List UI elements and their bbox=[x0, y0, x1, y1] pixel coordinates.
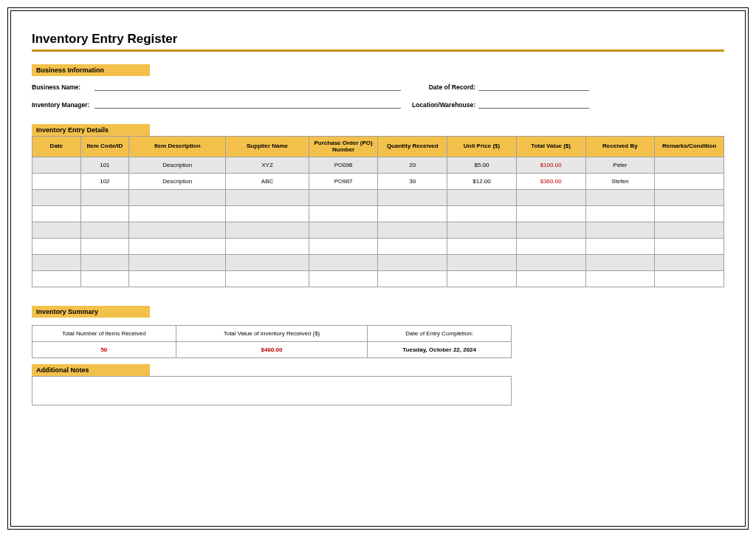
cell-po[interactable]: PO098 bbox=[309, 157, 378, 174]
th-total: Total Value ($) bbox=[516, 137, 585, 157]
business-row-2: Inventory Manager: Location/Warehouse: bbox=[32, 101, 724, 109]
th-unit: Unit Price ($) bbox=[447, 137, 517, 157]
section-summary: Inventory Summary bbox=[32, 306, 150, 318]
page-inner-border: Inventory Entry Register Business Inform… bbox=[10, 10, 746, 527]
cell-unit[interactable]: $5.00 bbox=[447, 157, 517, 174]
th-remarks: Remarks/Condition bbox=[655, 137, 724, 157]
location-label: Location/Warehouse: bbox=[408, 101, 478, 109]
business-name-label: Business Name: bbox=[32, 83, 94, 91]
cell-qty[interactable]: 20 bbox=[378, 157, 447, 174]
table-row bbox=[32, 190, 724, 206]
cell-supplier[interactable]: XYZ bbox=[226, 157, 309, 174]
table-row bbox=[32, 255, 724, 271]
cell-desc[interactable]: Description bbox=[129, 174, 226, 190]
table-row bbox=[32, 222, 724, 239]
sum-completion-date: Tuesday, October 22, 2024 bbox=[368, 342, 512, 358]
table-row: 101 Description XYZ PO098 20 $5.00 $100.… bbox=[32, 157, 724, 174]
document-page: Inventory Entry Register Business Inform… bbox=[32, 32, 724, 519]
cell-remarks[interactable] bbox=[655, 174, 724, 190]
cell-po[interactable]: PO987 bbox=[309, 174, 378, 190]
sum-label-value: Total Value of Inventory Received ($) bbox=[176, 326, 368, 342]
th-po: Purchase Order (PO) Number bbox=[309, 137, 378, 157]
page-outer-border: Inventory Entry Register Business Inform… bbox=[7, 7, 749, 530]
cell-item[interactable]: 102 bbox=[80, 174, 129, 190]
cell-total[interactable]: $360.00 bbox=[516, 174, 585, 190]
summary-table: Total Number of Items Received Total Val… bbox=[32, 325, 512, 358]
th-item: Item Code/ID bbox=[80, 137, 129, 157]
section-entry-details: Inventory Entry Details bbox=[32, 124, 150, 136]
cell-received[interactable]: Stefen bbox=[585, 174, 655, 190]
date-of-record-field[interactable] bbox=[478, 83, 589, 91]
cell-desc[interactable]: Description bbox=[129, 157, 226, 174]
table-header-row: Date Item Code/ID Item Description Suppl… bbox=[32, 137, 724, 157]
location-field[interactable] bbox=[478, 101, 589, 109]
inventory-manager-field[interactable] bbox=[94, 101, 401, 109]
cell-supplier[interactable]: ABC bbox=[226, 174, 309, 190]
business-name-field[interactable] bbox=[94, 83, 401, 91]
cell-received[interactable]: Peter bbox=[585, 157, 655, 174]
sum-label-date: Date of Entry Completion: bbox=[368, 326, 512, 342]
cell-remarks[interactable] bbox=[655, 157, 724, 174]
title-rule bbox=[32, 49, 724, 52]
th-desc: Item Description bbox=[129, 137, 226, 157]
summary-section: Inventory Summary Total Number of Items … bbox=[32, 304, 512, 406]
cell-item[interactable]: 101 bbox=[80, 157, 129, 174]
section-notes: Additional Notes bbox=[32, 364, 150, 376]
th-qty: Quantity Received bbox=[378, 137, 447, 157]
sum-total-value: $460.00 bbox=[176, 342, 368, 358]
cell-qty[interactable]: 30 bbox=[378, 174, 447, 190]
business-row-1: Business Name: Date of Record: bbox=[32, 83, 724, 91]
sum-total-items: 50 bbox=[32, 342, 176, 358]
th-supplier: Supplier Name bbox=[226, 137, 309, 157]
inventory-manager-label: Inventory Manager: bbox=[32, 101, 94, 109]
date-of-record-label: Date of Record: bbox=[408, 83, 478, 91]
page-title: Inventory Entry Register bbox=[32, 32, 724, 49]
cell-total[interactable]: $100.00 bbox=[516, 157, 585, 174]
section-business-info: Business Information bbox=[32, 64, 150, 76]
inventory-table: Date Item Code/ID Item Description Suppl… bbox=[32, 136, 724, 287]
cell-date[interactable] bbox=[32, 174, 81, 190]
summary-header-row: Total Number of Items Received Total Val… bbox=[32, 326, 512, 342]
sum-label-items: Total Number of Items Received bbox=[32, 326, 176, 342]
th-received: Received By bbox=[585, 137, 655, 157]
table-row bbox=[32, 206, 724, 222]
cell-date[interactable] bbox=[32, 157, 81, 174]
table-row bbox=[32, 271, 724, 287]
th-date: Date bbox=[32, 137, 81, 157]
summary-value-row: 50 $460.00 Tuesday, October 22, 2024 bbox=[32, 342, 512, 358]
cell-unit[interactable]: $12.00 bbox=[447, 174, 517, 190]
table-row bbox=[32, 239, 724, 255]
table-row: 102 Description ABC PO987 30 $12.00 $360… bbox=[32, 174, 724, 190]
notes-field[interactable] bbox=[32, 376, 512, 406]
